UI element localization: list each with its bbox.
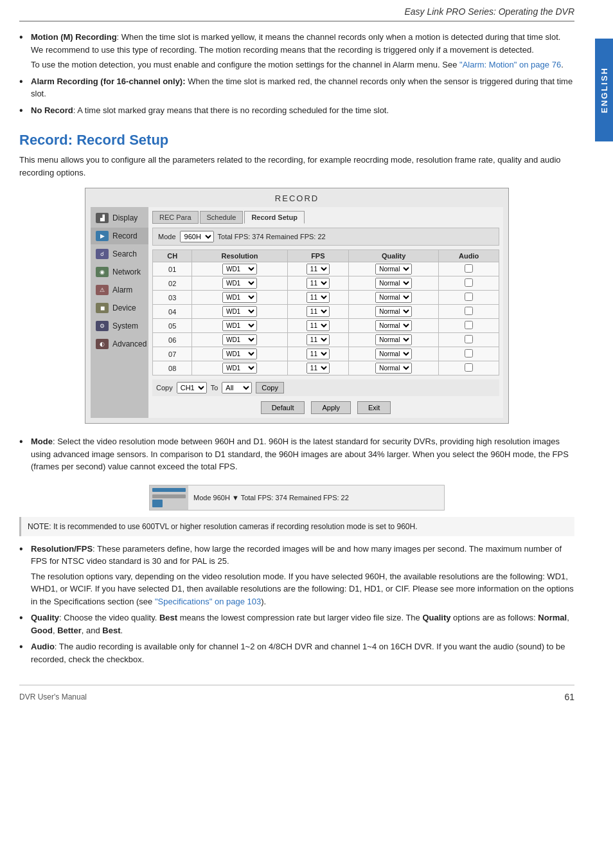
bullet-norecord-bold: No Record bbox=[31, 105, 73, 115]
mode-select[interactable]: 960H D1 bbox=[180, 231, 214, 242]
cell-audio bbox=[439, 319, 499, 333]
sidebar-label-record: Record bbox=[112, 231, 138, 240]
sidebar-label-device: Device bbox=[112, 303, 136, 312]
section-title: Record: Record Setup bbox=[19, 132, 574, 149]
cell-resolution: WD1WHD1WCIF bbox=[192, 291, 287, 305]
bullet-motion-bold: Motion (M) Recording bbox=[31, 32, 117, 42]
resolution-select[interactable]: WD1WHD1WCIF bbox=[222, 363, 257, 374]
mode-screenshot-box: Mode 960H ▼ Total FPS: 374 Remained FPS:… bbox=[149, 485, 445, 511]
cell-resolution: WD1WHD1WCIF bbox=[192, 319, 287, 333]
fps-select[interactable]: 111530 bbox=[306, 334, 330, 345]
display-icon: ▟ bbox=[96, 213, 109, 223]
sidebar-label-system: System bbox=[112, 321, 138, 330]
tab-recpara[interactable]: REC Para bbox=[152, 211, 199, 224]
fps-select[interactable]: 111530 bbox=[306, 292, 330, 303]
resolution-select[interactable]: WD1WHD1WCIF bbox=[222, 306, 257, 317]
dvr-ui-box: RECORD ▟ Display ▶ Record ☌ Search ◉ bbox=[85, 188, 509, 424]
audio-checkbox[interactable] bbox=[465, 293, 473, 301]
audio-checkbox[interactable] bbox=[465, 363, 473, 372]
fps-select[interactable]: 111530 bbox=[306, 320, 330, 331]
fps-select[interactable]: 111530 bbox=[306, 306, 330, 317]
resolution-select[interactable]: WD1WHD1WCIF bbox=[222, 264, 257, 275]
cell-fps: 111530 bbox=[287, 319, 349, 333]
cell-quality: NormalGoodBetterBest bbox=[349, 291, 439, 305]
cell-quality: NormalGoodBetterBest bbox=[349, 262, 439, 276]
audio-checkbox[interactable] bbox=[465, 278, 473, 287]
sidebar-item-system[interactable]: ⚙ System bbox=[91, 318, 148, 334]
alarm-motion-link[interactable]: "Alarm: Motion" on page 76 bbox=[459, 60, 561, 69]
copy-from-select[interactable]: CH1CH2CH3CH4 CH5CH6CH7CH8 bbox=[177, 382, 207, 393]
sidebar-item-display[interactable]: ▟ Display bbox=[91, 210, 148, 226]
fps-select[interactable]: 111530 bbox=[306, 348, 330, 359]
resolution-select[interactable]: WD1WHD1WCIF bbox=[222, 348, 257, 359]
bullet-resolution-bold: Resolution/FPS bbox=[31, 544, 93, 554]
cell-quality: NormalGoodBetterBest bbox=[349, 276, 439, 291]
resolution-select[interactable]: WD1WHD1WCIF bbox=[222, 278, 257, 289]
mode-ss-main: Mode 960H ▼ Total FPS: 374 Remained FPS:… bbox=[188, 485, 444, 510]
dvr-record-table: CH Resolution FPS Quality Audio 01WD1WHD… bbox=[152, 249, 499, 375]
mode-ss-bar2 bbox=[152, 494, 186, 498]
sidebar-item-advanced[interactable]: ◐ Advanced bbox=[91, 336, 148, 352]
mode-bar: Mode 960H D1 Total FPS: 374 Remained FPS… bbox=[152, 228, 499, 246]
quality-select[interactable]: NormalGoodBetterBest bbox=[375, 292, 412, 303]
quality-select[interactable]: NormalGoodBetterBest bbox=[375, 306, 412, 317]
sidebar-label-advanced: Advanced bbox=[112, 339, 147, 348]
cell-audio bbox=[439, 262, 499, 276]
footer-left: DVR User's Manual bbox=[19, 692, 87, 701]
table-row: 06WD1WHD1WCIF111530NormalGoodBetterBest bbox=[153, 333, 499, 347]
copy-button[interactable]: Copy bbox=[256, 382, 284, 393]
quality-select[interactable]: NormalGoodBetterBest bbox=[375, 264, 412, 275]
audio-checkbox[interactable] bbox=[465, 335, 473, 343]
cell-resolution: WD1WHD1WCIF bbox=[192, 347, 287, 361]
resolution-select[interactable]: WD1WHD1WCIF bbox=[222, 334, 257, 345]
cell-fps: 111530 bbox=[287, 291, 349, 305]
specs-link[interactable]: "Specifications" on page 103 bbox=[155, 597, 261, 606]
bullet-alarm: Alarm Recording (for 16-channel only): W… bbox=[19, 75, 574, 100]
dvr-tabs: REC Para Schedule Record Setup bbox=[152, 211, 499, 224]
audio-checkbox[interactable] bbox=[465, 307, 473, 315]
audio-checkbox[interactable] bbox=[465, 349, 473, 357]
default-button[interactable]: Default bbox=[261, 401, 305, 414]
sidebar-item-record[interactable]: ▶ Record bbox=[91, 228, 148, 244]
tab-recordsetup[interactable]: Record Setup bbox=[244, 211, 305, 224]
apply-button[interactable]: Apply bbox=[311, 401, 351, 414]
quality-select[interactable]: NormalGoodBetterBest bbox=[375, 363, 412, 374]
cell-audio bbox=[439, 347, 499, 361]
cell-ch: 08 bbox=[153, 361, 192, 375]
sidebar-label-display: Display bbox=[112, 213, 138, 222]
section-desc: This menu allows you to configure all th… bbox=[19, 154, 574, 179]
resolution-select[interactable]: WD1WHD1WCIF bbox=[222, 292, 257, 303]
tab-schedule[interactable]: Schedule bbox=[200, 211, 244, 224]
fps-select[interactable]: 111530 bbox=[306, 363, 330, 374]
quality-select[interactable]: NormalGoodBetterBest bbox=[375, 348, 412, 359]
audio-checkbox[interactable] bbox=[465, 264, 473, 273]
exit-button[interactable]: Exit bbox=[357, 401, 391, 414]
sidebar-item-search[interactable]: ☌ Search bbox=[91, 246, 148, 262]
cell-resolution: WD1WHD1WCIF bbox=[192, 333, 287, 347]
sidebar-item-device[interactable]: ◼ Device bbox=[91, 300, 148, 316]
sidebar-label-alarm: Alarm bbox=[112, 285, 132, 294]
copy-to-select[interactable]: AllCH1CH2CH3 bbox=[222, 382, 252, 393]
col-ch: CH bbox=[153, 250, 192, 262]
cell-audio bbox=[439, 361, 499, 375]
cell-resolution: WD1WHD1WCIF bbox=[192, 276, 287, 291]
audio-checkbox[interactable] bbox=[465, 321, 473, 329]
col-fps: FPS bbox=[287, 250, 349, 262]
quality-select[interactable]: NormalGoodBetterBest bbox=[375, 334, 412, 345]
bullet-quality: Quality: Choose the video quality. Best … bbox=[19, 611, 574, 637]
cell-ch: 04 bbox=[153, 305, 192, 319]
bullet-resolution-indent: The resolution options vary, depending o… bbox=[31, 570, 574, 608]
quality-select[interactable]: NormalGoodBetterBest bbox=[375, 278, 412, 289]
header-title: Easy Link PRO Series: Operating the DVR bbox=[404, 6, 574, 17]
cell-quality: NormalGoodBetterBest bbox=[349, 347, 439, 361]
resolution-select[interactable]: WD1WHD1WCIF bbox=[222, 320, 257, 331]
fps-info: Total FPS: 374 Remained FPS: 22 bbox=[218, 233, 326, 240]
cell-fps: 111530 bbox=[287, 333, 349, 347]
sidebar-item-alarm[interactable]: ⚠ Alarm bbox=[91, 282, 148, 298]
fps-select[interactable]: 111530 bbox=[306, 264, 330, 275]
mode-label: Mode bbox=[158, 233, 176, 240]
quality-select[interactable]: NormalGoodBetterBest bbox=[375, 320, 412, 331]
bottom-bullet-list2: Resolution/FPS: These parameters define,… bbox=[19, 543, 574, 666]
sidebar-item-network[interactable]: ◉ Network bbox=[91, 264, 148, 280]
fps-select[interactable]: 111530 bbox=[306, 278, 330, 289]
